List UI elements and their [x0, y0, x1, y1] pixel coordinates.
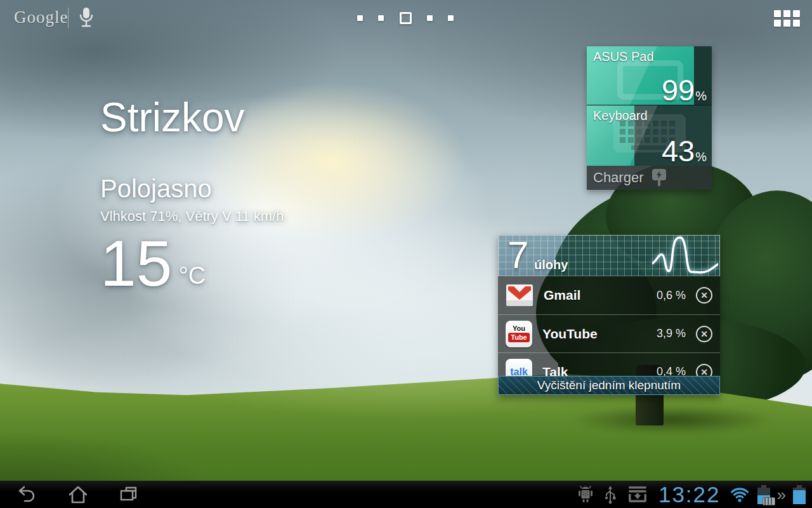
youtube-icon-text: Tube	[508, 333, 529, 342]
charger-label: Charger	[593, 170, 643, 186]
weather-temperature: 15	[100, 231, 172, 296]
apps-grid-square	[774, 20, 781, 27]
status-clock[interactable]: 13:22	[658, 483, 721, 505]
back-button[interactable]	[16, 484, 38, 505]
task-row-gmail: Gmail 0,6 % ✕	[498, 276, 720, 314]
dock-battery-icon	[757, 485, 770, 504]
task-row-youtube: You Tube YouTube 3,9 % ✕	[498, 314, 720, 352]
microphone-icon	[77, 6, 95, 29]
youtube-icon-text: You	[513, 325, 525, 332]
keyboard-battery-unit: %	[695, 150, 707, 164]
dock-keyboard-badge-icon	[763, 497, 775, 505]
apps-grid-square	[793, 10, 800, 17]
keyboard-battery-percent: 43	[662, 136, 695, 166]
youtube-icon: You Tube	[506, 321, 532, 347]
expand-icon[interactable]: »	[777, 486, 786, 503]
task-manager-header[interactable]: 7 úlohy	[498, 235, 720, 276]
task-row-talk: talk Talk 0,4 % ✕	[498, 352, 720, 376]
home-screen: Google ASUS Pad 99 %	[0, 0, 812, 508]
task-name: Gmail	[544, 288, 580, 303]
task-count: 7	[508, 235, 528, 276]
close-task-button[interactable]: ✕	[696, 287, 712, 304]
usb-icon	[603, 485, 618, 504]
tablet-battery-icon	[793, 485, 806, 504]
page-dot-1	[357, 15, 363, 21]
weather-widget[interactable]: Strizkov Polojasno Vlhkost 71%, Větry V …	[100, 97, 284, 296]
wifi-icon	[730, 486, 749, 503]
talk-icon-text: talk	[510, 366, 528, 377]
pad-battery-unit: %	[695, 89, 707, 104]
task-name: Talk	[542, 364, 568, 377]
keyboard-battery-cell[interactable]: Keyboard 43 %	[587, 105, 712, 166]
apps-grid-square	[783, 10, 790, 17]
pad-battery-percent: 99	[662, 75, 695, 105]
tree-shadow	[568, 405, 777, 434]
page-dot-4	[427, 15, 433, 21]
apps-grid-square	[783, 20, 790, 27]
battery-widget[interactable]: ASUS Pad 99 % Keyboard	[587, 46, 712, 190]
task-manager-widget: 7 úlohy Gmail 0,6 % ✕ You Tube	[498, 235, 720, 395]
back-icon	[17, 485, 37, 505]
task-cpu-value: 3,9 %	[657, 327, 686, 340]
weather-details: Vlhkost 71%, Větry V 11 km/h	[100, 208, 284, 225]
pad-battery-label: ASUS Pad	[593, 50, 654, 64]
one-tap-clean-button[interactable]: Vyčištění jedním klepnutím	[498, 376, 720, 395]
charger-status-row: Charger	[587, 166, 712, 190]
page-dot-5	[448, 15, 454, 21]
apps-grid-square	[774, 10, 781, 17]
pad-battery-cell[interactable]: ASUS Pad 99 %	[587, 46, 712, 105]
task-name: YouTube	[542, 326, 598, 342]
voice-search-button[interactable]	[77, 6, 95, 29]
task-list: Gmail 0,6 % ✕ You Tube YouTube 3,9 % ✕ t…	[498, 276, 720, 376]
talk-icon: talk	[506, 359, 532, 377]
home-button[interactable]	[67, 484, 89, 505]
close-task-button[interactable]: ✕	[696, 326, 712, 342]
android-debug-icon	[577, 485, 594, 504]
task-cpu-value: 0,6 %	[657, 289, 686, 302]
all-apps-button[interactable]	[774, 10, 800, 27]
weather-condition: Polojasno	[100, 175, 284, 203]
keyboard-battery-label: Keyboard	[593, 109, 648, 123]
pulse-line-icon	[652, 236, 718, 276]
system-bar: 13:22 »	[0, 481, 812, 508]
recents-icon	[118, 485, 140, 505]
task-count-label: úlohy	[534, 258, 568, 272]
close-task-button[interactable]: ✕	[696, 364, 712, 377]
page-dot-2	[378, 15, 384, 21]
weather-location: Strizkov	[100, 97, 284, 139]
charger-plug-icon	[650, 168, 669, 188]
page-dot-current	[400, 12, 412, 24]
screenshot-icon	[626, 485, 649, 504]
search-divider	[68, 8, 69, 28]
apps-grid-square	[793, 20, 800, 27]
task-cpu-value: 0,4 %	[657, 365, 686, 376]
home-icon	[68, 485, 88, 505]
recent-apps-button[interactable]	[118, 484, 140, 505]
gmail-icon	[506, 284, 534, 307]
status-tray[interactable]: 13:22 »	[577, 483, 812, 505]
google-search-widget[interactable]: Google	[14, 8, 68, 27]
weather-temperature-unit: °C	[178, 262, 206, 296]
page-indicator[interactable]	[357, 11, 454, 25]
